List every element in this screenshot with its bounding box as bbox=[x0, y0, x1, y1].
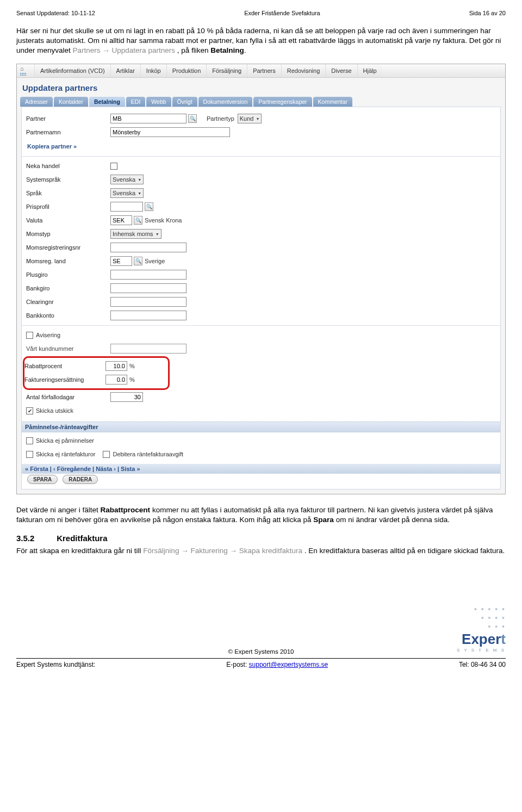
row-momstyp: Momstyp Inhemsk moms bbox=[26, 228, 496, 240]
label-partnernamn: Partnernamn bbox=[26, 129, 110, 135]
row-vart-kundnummer: Vårt kundnummer bbox=[26, 343, 496, 355]
header-left: Senast Uppdaterad: 10-11-12 bbox=[16, 10, 95, 16]
menu-item[interactable]: Produktion bbox=[166, 64, 207, 77]
row-faktureringsersattning: Faktureringsersättning % bbox=[24, 374, 166, 386]
menu-item[interactable]: Artikelinformation (VCD) bbox=[34, 64, 110, 77]
bankgiro-input[interactable] bbox=[110, 283, 187, 293]
menu-path: Försäljning → Fakturering → Skapa kredit… bbox=[143, 547, 302, 555]
row-avisering: Avisering bbox=[26, 329, 496, 342]
checkbox[interactable] bbox=[103, 451, 110, 458]
header-center: Exder Fristående Svefaktura bbox=[244, 10, 320, 16]
label: Clearingnr bbox=[26, 299, 110, 305]
page-title: Uppdatera partners bbox=[17, 78, 505, 97]
t: om ni ändrar värdet på denna sida. bbox=[336, 516, 450, 524]
row-skicka-ej-rantefakturor: Skicka ej räntefakturor Debitera räntefa… bbox=[26, 448, 496, 461]
valuta-input[interactable] bbox=[110, 215, 132, 225]
heading-3-5-2: 3.5.2 Kreditfaktura bbox=[16, 534, 506, 543]
tab-webb[interactable]: Webb bbox=[146, 97, 171, 107]
tab-strip: Adresser Kontakter Betalning EDI Webb Öv… bbox=[17, 97, 505, 107]
divider bbox=[22, 325, 500, 326]
prisprofil-input[interactable] bbox=[110, 202, 143, 212]
checkbox[interactable] bbox=[26, 437, 33, 444]
sprak-select[interactable]: Svenska bbox=[110, 188, 144, 198]
momsregland-input[interactable] bbox=[110, 256, 132, 266]
brand-text: Exper bbox=[462, 631, 501, 647]
plusgiro-input[interactable] bbox=[110, 270, 187, 280]
support-email-link[interactable]: support@expertsystems.se bbox=[249, 661, 328, 668]
kopiera-partner-link[interactable]: Kopiera partner » bbox=[26, 140, 78, 153]
partnertyp-value: Kund bbox=[240, 115, 254, 122]
app-window: ⌂ Artikelinformation (VCD) Artiklar Inkö… bbox=[16, 64, 506, 494]
tab-kontakter[interactable]: Kontakter bbox=[54, 97, 88, 107]
bankkonto-input[interactable] bbox=[110, 311, 187, 320]
row-plusgiro: Plusgiro bbox=[26, 269, 496, 281]
menu-item[interactable]: Inköp bbox=[140, 64, 166, 77]
neka-handel-checkbox[interactable] bbox=[110, 163, 117, 170]
menu-item[interactable]: Försäljning bbox=[206, 64, 247, 77]
lookup-icon[interactable]: 🔍 bbox=[188, 114, 197, 123]
tab-partneregenskaper[interactable]: Partneregenskaper bbox=[253, 97, 312, 107]
tab-dokumentversion[interactable]: Dokumentversion bbox=[198, 97, 253, 107]
lookup-icon[interactable]: 🔍 bbox=[134, 257, 142, 265]
delete-button[interactable]: RADERA bbox=[63, 475, 98, 484]
value: Svenska bbox=[113, 190, 135, 196]
partner-input[interactable] bbox=[110, 114, 187, 123]
menu-item[interactable]: Hjälp bbox=[357, 64, 382, 77]
lookup-icon[interactable]: 🔍 bbox=[134, 216, 142, 225]
menu-item[interactable]: Diverse bbox=[325, 64, 357, 77]
tab-kommentar[interactable]: Kommentar bbox=[313, 97, 352, 107]
faktureringsersattning-input[interactable] bbox=[105, 375, 127, 385]
menu-item[interactable]: Redovisning bbox=[281, 64, 326, 77]
pager[interactable]: « Första | ‹ Föregående | Nästa › | Sist… bbox=[22, 464, 500, 474]
forfallodagar-input[interactable] bbox=[110, 392, 143, 402]
rabattprocent-input[interactable] bbox=[105, 361, 127, 371]
footer-mid-prefix: E-post: bbox=[226, 661, 248, 668]
row-momsregland: Momsreg. land 🔍 Sverige bbox=[26, 255, 496, 268]
label-partnertyp: Partnertyp bbox=[207, 115, 234, 122]
header-right: Sida 16 av 20 bbox=[469, 10, 506, 16]
label: Rabattprocent bbox=[24, 363, 105, 369]
skicka-utskick-checkbox[interactable]: ✔ bbox=[26, 407, 33, 414]
systemsprak-select[interactable]: Svenska bbox=[110, 175, 144, 184]
save-button[interactable]: SPARA bbox=[27, 475, 58, 484]
label: Momstyp bbox=[26, 231, 110, 237]
row-neka-handel: Neka handel bbox=[26, 160, 496, 172]
intro-menu-path: Partners → Uppdatera partners bbox=[73, 46, 175, 54]
row-skicka-ej-paminnelser: Skicka ej påminnelser bbox=[26, 435, 496, 447]
tab-edi[interactable]: EDI bbox=[126, 97, 146, 107]
label: Antal förfallodagar bbox=[26, 394, 110, 400]
page-header: Senast Uppdaterad: 10-11-12 Exder Fristå… bbox=[16, 10, 506, 16]
menu-item[interactable]: Partners bbox=[247, 64, 281, 77]
clearingnr-input[interactable] bbox=[110, 297, 187, 307]
momsregnr-input[interactable] bbox=[110, 243, 187, 252]
partnertyp-select[interactable]: Kund bbox=[238, 114, 262, 123]
tab-betalning[interactable]: Betalning bbox=[89, 97, 125, 107]
section-352-paragraph: För att skapa en kreditfaktura går ni ti… bbox=[16, 546, 506, 556]
checkbox[interactable] bbox=[26, 451, 33, 458]
label: Skicka ej räntefakturor bbox=[36, 451, 95, 457]
row-bankgiro: Bankgiro bbox=[26, 282, 496, 295]
divider bbox=[22, 156, 500, 157]
label: Momsreg. land bbox=[26, 258, 110, 264]
label: Debitera räntefakturaavgift bbox=[113, 451, 183, 457]
t: Det värde ni anger i fältet bbox=[16, 506, 101, 514]
avisering-checkbox[interactable] bbox=[26, 332, 33, 339]
rabatt-unit: % bbox=[129, 363, 135, 369]
row-systemsprak: Systemspråk Svenska bbox=[26, 173, 496, 186]
momstyp-select[interactable]: Inhemsk moms bbox=[110, 229, 161, 239]
value: Inhemsk moms bbox=[113, 231, 153, 237]
vart-kundnummer-input[interactable] bbox=[110, 344, 187, 354]
menubar-home-cell[interactable]: ⌂ bbox=[19, 64, 34, 77]
t-bold: Rabattprocent bbox=[101, 506, 151, 514]
page-footer: Expert Systems kundtjänst: E-post: suppo… bbox=[16, 658, 506, 668]
menu-item[interactable]: Artiklar bbox=[110, 64, 140, 77]
label-partner: Partner bbox=[26, 115, 110, 122]
tab-ovrigt[interactable]: Övrigt bbox=[172, 97, 197, 107]
lookup-icon[interactable]: 🔍 bbox=[145, 202, 153, 211]
section-paminnelse: Påminnelse-/ränteavgifter bbox=[22, 422, 500, 432]
partnernamn-input[interactable] bbox=[110, 127, 230, 137]
tab-adresser[interactable]: Adresser bbox=[20, 97, 53, 107]
t: . En kreditfaktura baseras alltid på en … bbox=[304, 547, 505, 555]
footer-mid: E-post: support@expertsystems.se bbox=[226, 661, 328, 668]
logo-dots-icon: • • • • • • • • • • • • bbox=[16, 605, 506, 631]
